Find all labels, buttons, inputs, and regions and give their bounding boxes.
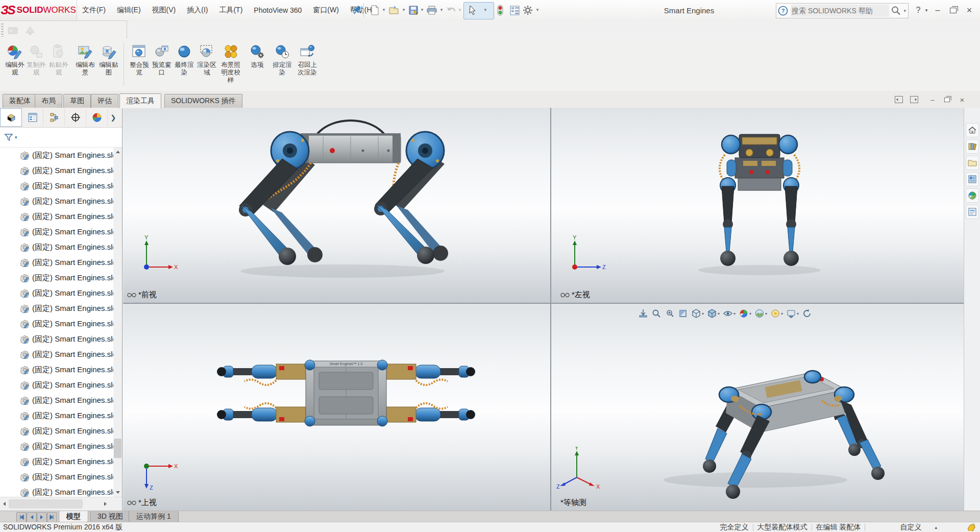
- zoom-to-fit-icon[interactable]: [637, 307, 649, 320]
- tree-item[interactable]: (固定) Smart Engines.sld: [0, 469, 113, 485]
- view-settings-icon[interactable]: ▾: [769, 307, 784, 320]
- tag-icon[interactable]: [967, 524, 976, 531]
- scene-illumination-proof-button[interactable]: 布景照 明度校 样: [216, 41, 245, 89]
- search-input[interactable]: [791, 5, 889, 17]
- new-document-dropdown[interactable]: ▾: [381, 7, 386, 13]
- hide-show-items-icon[interactable]: ▾: [722, 307, 737, 320]
- filter-funnel-icon[interactable]: [4, 133, 13, 142]
- viewport-top[interactable]: Smart Engines™ 1.0 X Z *上视: [123, 304, 550, 511]
- tree-item[interactable]: (固定) Smart Engines.sld: [0, 316, 113, 331]
- viewport-vertical-splitter[interactable]: [550, 108, 551, 511]
- tree-item[interactable]: (固定) Smart Engines.sld: [0, 255, 113, 270]
- viewport-front[interactable]: Y X *前视: [123, 108, 550, 303]
- design-library-icon[interactable]: [966, 139, 979, 154]
- menu-photoview360[interactable]: PhotoView 360: [248, 0, 307, 20]
- tree-item[interactable]: (固定) Smart Engines.sld: [0, 224, 113, 239]
- previous-view-icon[interactable]: [664, 307, 676, 320]
- apply-scene-icon[interactable]: ▾: [753, 307, 768, 320]
- print-dropdown[interactable]: ▾: [439, 7, 444, 13]
- recall-last-render-button[interactable]: 召回上 次渲染: [293, 41, 322, 89]
- render-options-button[interactable]: 选项: [246, 41, 268, 89]
- rotate-view-icon[interactable]: [801, 307, 813, 320]
- tree-item[interactable]: (固定) Smart Engines.sld: [0, 485, 113, 497]
- minimize-button[interactable]: –: [931, 4, 944, 16]
- panel-tabs-overflow-arrow[interactable]: ❯: [108, 109, 119, 126]
- menu-file[interactable]: 文件(F): [77, 0, 111, 20]
- tree-item[interactable]: (固定) Smart Engines.sld: [0, 347, 113, 362]
- open-dropdown[interactable]: ▾: [401, 7, 406, 13]
- save-dropdown[interactable]: ▾: [420, 7, 425, 13]
- zoom-to-area-icon[interactable]: [650, 307, 663, 320]
- tab-solidworks-addins[interactable]: SOLIDWORKS 插件: [164, 94, 242, 108]
- options-gear-icon[interactable]: [522, 4, 534, 17]
- menu-tools[interactable]: 工具(T): [213, 0, 248, 20]
- tab-sketch[interactable]: 草图: [63, 94, 91, 108]
- preview-window-button[interactable]: 预览窗 口: [149, 41, 175, 89]
- horizontal-scroll-thumb[interactable]: [9, 499, 83, 509]
- viewport-left[interactable]: Y Z *左视: [551, 108, 964, 303]
- next-tab-button[interactable]: [37, 512, 47, 522]
- scroll-up-arrow[interactable]: [113, 148, 122, 156]
- integrated-preview-button[interactable]: 整合预 览: [127, 41, 152, 89]
- tree-item[interactable]: (固定) Smart Engines.sld: [0, 209, 113, 224]
- tab-evaluate[interactable]: 评估: [91, 94, 118, 108]
- menu-view[interactable]: 视图(V): [146, 0, 182, 20]
- appearances-scenes-icon[interactable]: [966, 188, 979, 203]
- toolbar-grip[interactable]: [1, 23, 4, 37]
- filter-dropdown[interactable]: ▾: [15, 135, 17, 140]
- viewport-horizontal-splitter[interactable]: [123, 303, 964, 304]
- search-icon[interactable]: [890, 5, 901, 16]
- menu-insert[interactable]: 插入(I): [181, 0, 213, 20]
- final-render-button[interactable]: 最终渲 染: [172, 41, 197, 89]
- edit-appearance-icon[interactable]: ▾: [738, 307, 752, 320]
- tree-item[interactable]: (固定) Smart Engines.sld: [0, 454, 113, 469]
- tree-item[interactable]: (固定) Smart Engines.sld: [0, 423, 113, 439]
- tab-assembly[interactable]: 装配体: [3, 94, 37, 108]
- help-search-box[interactable]: ? ▾: [776, 3, 909, 18]
- pane-previous-icon[interactable]: [894, 95, 904, 104]
- file-explorer-icon[interactable]: [966, 156, 979, 170]
- scroll-down-arrow[interactable]: [113, 488, 122, 497]
- new-document-icon[interactable]: [369, 4, 381, 17]
- first-tab-button[interactable]: [16, 512, 27, 522]
- tree-item[interactable]: (固定) Smart Engines.sld: [0, 163, 113, 178]
- displaymanager-tab[interactable]: [86, 109, 108, 126]
- selection-filter-icon[interactable]: [494, 4, 506, 17]
- select-dropdown[interactable]: ▾: [483, 7, 488, 13]
- tree-item[interactable]: (固定) Smart Engines.sld: [0, 301, 113, 316]
- menu-edit[interactable]: 编辑(E): [111, 0, 146, 20]
- tree-item[interactable]: (固定) Smart Engines.sld: [0, 194, 113, 209]
- tree-item[interactable]: (固定) Smart Engines.sld: [0, 393, 113, 408]
- status-expand-arrow[interactable]: ▴: [935, 525, 937, 530]
- tab-render-tools[interactable]: 渲染工具: [119, 93, 161, 108]
- options-gear-dropdown[interactable]: ▾: [535, 7, 540, 13]
- menu-window[interactable]: 窗口(W): [307, 0, 345, 20]
- status-customize[interactable]: 自定义: [900, 523, 921, 532]
- tree-vertical-scrollbar[interactable]: [113, 148, 122, 497]
- configurationmanager-tab[interactable]: [43, 109, 65, 126]
- propertymanager-tab[interactable]: [22, 109, 43, 126]
- help-dropdown[interactable]: ▾: [923, 4, 930, 16]
- featuremanager-tab[interactable]: [0, 108, 22, 127]
- pane-next-icon[interactable]: [909, 95, 919, 104]
- tree-item[interactable]: (固定) Smart Engines.sld: [0, 148, 113, 163]
- scroll-right-arrow[interactable]: [101, 499, 110, 508]
- tree-item[interactable]: (固定) Smart Engines.sld: [0, 377, 113, 393]
- document-restore-icon[interactable]: [942, 95, 952, 104]
- select-cursor-icon[interactable]: [467, 4, 479, 17]
- tab-model[interactable]: 模型: [59, 511, 88, 522]
- dimxpertmanager-tab[interactable]: [65, 109, 86, 126]
- tree-horizontal-scrollbar[interactable]: [0, 497, 122, 511]
- edit-decal-button[interactable]: 编辑贴 图: [96, 41, 121, 89]
- document-minimize-icon[interactable]: –: [927, 95, 938, 104]
- save-icon[interactable]: !: [407, 4, 420, 17]
- tree-item[interactable]: (固定) Smart Engines.sld: [0, 439, 113, 454]
- schedule-render-button[interactable]: 排定渲 染: [270, 41, 295, 89]
- tree-item[interactable]: (固定) Smart Engines.sld: [0, 408, 113, 423]
- tree-item[interactable]: (固定) Smart Engines.sld: [0, 331, 113, 347]
- vertical-scroll-thumb[interactable]: [114, 439, 121, 458]
- tree-item[interactable]: (固定) Smart Engines.sld: [0, 285, 113, 301]
- view-orientation-icon[interactable]: ▾: [690, 307, 705, 320]
- scroll-left-arrow[interactable]: [0, 500, 9, 509]
- tree-item[interactable]: (固定) Smart Engines.sld: [0, 362, 113, 377]
